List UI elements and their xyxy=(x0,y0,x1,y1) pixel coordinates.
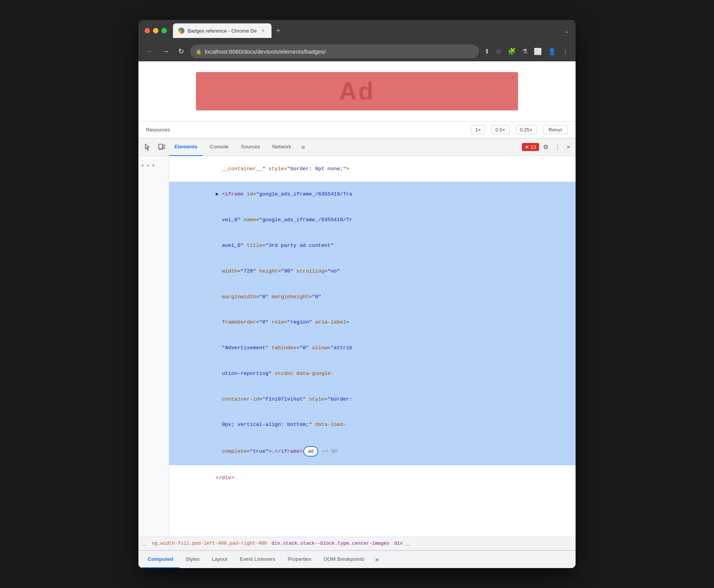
bottom-tab-styles[interactable]: Styles xyxy=(179,550,206,568)
bookmark-button[interactable]: ☆ xyxy=(494,45,504,58)
zoom-half-button[interactable]: 0.5× xyxy=(491,125,510,134)
extensions-button[interactable]: 🧩 xyxy=(505,45,518,58)
more-bottom-tabs-icon[interactable]: » xyxy=(372,550,382,568)
code-line-container: __container__" style="border: 0pt none;"… xyxy=(169,156,576,182)
ad-badge[interactable]: ad xyxy=(303,446,318,457)
more-devtools-tabs-icon[interactable]: » xyxy=(298,141,308,153)
breadcrumb-dots-left: … xyxy=(141,541,146,547)
bottom-tab-properties[interactable]: Properties xyxy=(281,550,318,568)
bottom-tab-layout[interactable]: Layout xyxy=(206,550,234,568)
sidebar-dots: • • • xyxy=(141,162,166,169)
breadcrumb-item-0[interactable]: ng.width-full.pad-left-400.pad-right-400 xyxy=(150,540,269,547)
code-line-iframe-5: marginwidth="0" marginheight="0" xyxy=(169,284,576,310)
tab-elements[interactable]: Elements xyxy=(169,138,203,156)
device-toolbar-button[interactable] xyxy=(155,141,168,153)
settings-button[interactable]: ⚙ xyxy=(541,141,551,153)
share-button[interactable]: ⬆ xyxy=(482,45,492,58)
tab-chevron-icon[interactable]: ⌄ xyxy=(564,27,569,34)
code-line-iframe-start: ▶ <iframe id="google_ads_iframe_/6355419… xyxy=(169,182,576,207)
split-screen-button[interactable]: ⬜ xyxy=(531,45,544,58)
tab-favicon xyxy=(178,28,184,34)
address-bar: ← → ↻ 🔒 localhost:8080/docs/devtools/ele… xyxy=(138,41,576,61)
inspect-element-button[interactable] xyxy=(141,141,154,153)
error-badge[interactable]: ✕ 13 xyxy=(522,143,539,151)
error-count: 13 xyxy=(530,144,536,150)
close-button[interactable] xyxy=(145,28,150,33)
error-x-icon: ✕ xyxy=(525,145,529,150)
code-line-iframe-3: avel_0" title="3rd party ad content" xyxy=(169,233,576,258)
devtools-more-options-button[interactable]: ⋮ xyxy=(552,141,563,153)
bottom-tab-event-listeners[interactable]: Event Listeners xyxy=(234,550,281,568)
window-controls xyxy=(145,28,167,33)
tab-bar: Badges reference - Chrome De × + ⌄ xyxy=(173,23,569,38)
code-line-iframe-8: ution-reporting" srcdoc data-google- xyxy=(169,361,576,386)
breadcrumb-bar: … ng.width-full.pad-left-400.pad-right-4… xyxy=(138,537,576,550)
devtools-close-button[interactable]: × xyxy=(564,141,573,153)
svg-rect-2 xyxy=(163,145,165,149)
code-line-iframe-7: "Advertisement" tabindex="0" allow="attr… xyxy=(169,335,576,361)
devtools-left-sidebar: • • • xyxy=(138,156,169,537)
ad-text: Ad xyxy=(339,77,375,105)
lock-icon: 🔒 xyxy=(196,49,202,54)
ad-close-button[interactable]: × xyxy=(512,74,515,81)
tab-network[interactable]: Network xyxy=(267,138,297,156)
page-content: Ad × Resources 1× 0.5× 0.25× Rerun xyxy=(138,61,576,568)
code-line-iframe-9: container-id="f1ni07lvihot" style="borde… xyxy=(169,386,576,412)
webpage-area: Ad × xyxy=(138,61,576,121)
breadcrumb-item-2[interactable]: div xyxy=(392,540,405,547)
address-text: localhost:8080/docs/devtools/elements/ba… xyxy=(205,48,474,55)
devtools-right-icons: ✕ 13 ⚙ ⋮ × xyxy=(519,141,573,153)
profile-button[interactable]: 👤 xyxy=(546,45,558,58)
zoom-1x-button[interactable]: 1× xyxy=(471,125,485,134)
elements-panel[interactable]: __container__" style="border: 0pt none;"… xyxy=(169,156,576,537)
code-line-iframe-2: vel_0" name="google_ads_iframe_/6355419/… xyxy=(169,207,576,233)
cursor-icon xyxy=(144,143,151,151)
breadcrumb-item-1[interactable]: div.stack.stack--block.type.center-image… xyxy=(269,540,392,547)
maximize-button[interactable] xyxy=(161,28,167,33)
code-line-div-close: </div> xyxy=(169,465,576,491)
device-icon xyxy=(158,143,165,151)
code-line-iframe-11: complete="true">…</iframe>ad == $0 xyxy=(169,438,576,465)
browser-window: Badges reference - Chrome De × + ⌄ ← → ↻… xyxy=(138,20,576,568)
breadcrumb-dots-right: … xyxy=(405,541,410,547)
tab-title: Badges reference - Chrome De xyxy=(188,28,257,34)
forward-button[interactable]: → xyxy=(159,46,172,57)
browser-toolbar-icons: ⬆ ☆ 🧩 ⚗ ⬜ 👤 ⋮ xyxy=(482,45,571,58)
title-bar: Badges reference - Chrome De × + ⌄ xyxy=(138,20,576,41)
devtools-panel: Elements Console Sources Network » ✕ 13 … xyxy=(138,138,576,568)
devtools-toolbar: Elements Console Sources Network » ✕ 13 … xyxy=(138,138,576,156)
tab-console[interactable]: Console xyxy=(204,138,234,156)
rerun-button[interactable]: Rerun xyxy=(543,125,568,134)
tab-close-button[interactable]: × xyxy=(260,28,266,34)
devtools-main: • • • __container__" style="border: 0pt … xyxy=(138,156,576,537)
back-button[interactable]: ← xyxy=(143,46,156,57)
devtools-flask-button[interactable]: ⚗ xyxy=(520,45,530,58)
zoom-quarter-button[interactable]: 0.25× xyxy=(516,125,537,134)
bottom-tab-dom-breakpoints[interactable]: DOM Breakpoints xyxy=(318,550,371,568)
tab-sources[interactable]: Sources xyxy=(236,138,266,156)
minimize-button[interactable] xyxy=(153,28,158,33)
new-tab-button[interactable]: + xyxy=(273,25,284,37)
more-options-button[interactable]: ⋮ xyxy=(560,45,571,58)
resources-label: Resources xyxy=(146,127,170,133)
address-bar-input[interactable]: 🔒 localhost:8080/docs/devtools/elements/… xyxy=(190,44,479,58)
resources-bar: Resources 1× 0.5× 0.25× Rerun xyxy=(138,121,576,138)
bottom-tab-computed[interactable]: Computed xyxy=(141,550,179,568)
browser-tab[interactable]: Badges reference - Chrome De × xyxy=(173,23,271,38)
code-line-iframe-4: width="728" height="90" scrolling="no" xyxy=(169,258,576,284)
code-line-iframe-10: 0px; vertical-align: bottom;" data-load- xyxy=(169,412,576,438)
ad-banner: Ad × xyxy=(196,72,518,110)
code-line-iframe-6: frameborder="0" role="region" aria-label… xyxy=(169,310,576,335)
bottom-tabs: Computed Styles Layout Event Listeners P… xyxy=(138,550,576,568)
svg-rect-0 xyxy=(159,144,163,149)
refresh-button[interactable]: ↻ xyxy=(175,46,187,57)
